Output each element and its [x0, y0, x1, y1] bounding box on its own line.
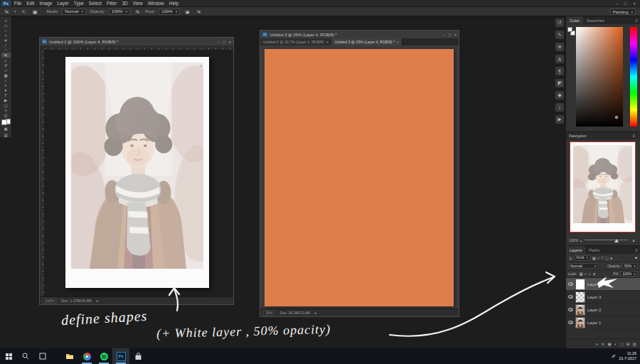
color-picker-marker[interactable] — [615, 116, 618, 119]
menu-item[interactable]: Image — [39, 1, 52, 6]
zoom-tool[interactable]: ◎ — [1, 112, 11, 117]
crop-tool[interactable]: # — [1, 38, 11, 43]
blur-tool[interactable]: ○ — [1, 77, 11, 82]
toggle-brush-panel-icon[interactable]: ▦ — [31, 9, 39, 15]
app-minimize-button[interactable]: – — [616, 1, 618, 6]
workspace-select[interactable]: Painting ▾ — [610, 9, 636, 15]
pen-tool[interactable]: ♦ — [1, 87, 11, 92]
clone-source-panel-icon[interactable]: ⊕ — [555, 43, 564, 51]
menu-item[interactable]: Type — [74, 1, 84, 6]
menu-item[interactable]: Edit — [26, 1, 34, 6]
doc1-zoom-field[interactable]: 100% — [43, 298, 56, 304]
layer-visibility-eye-icon[interactable] — [568, 295, 573, 299]
layer-visibility-eye-icon[interactable] — [568, 282, 573, 286]
screen-mode-icon[interactable]: ▥ — [2, 132, 10, 137]
spotify-button[interactable] — [95, 348, 112, 364]
character-panel-icon[interactable]: A — [555, 55, 564, 63]
layer-group-icon[interactable]: ▢ — [619, 342, 623, 346]
layer-row[interactable]: Layer 4 — [566, 278, 640, 291]
orange-fill-canvas[interactable] — [265, 49, 454, 306]
link-layers-icon[interactable]: ∞ — [596, 342, 599, 346]
layer-thumbnail[interactable] — [575, 291, 585, 303]
delete-layer-icon[interactable]: ▥ — [633, 342, 636, 346]
layers-panel-menu-icon[interactable]: ≡ — [635, 246, 640, 254]
actions-panel-icon[interactable]: ▶ — [555, 115, 564, 124]
layer-visibility-eye-icon[interactable] — [568, 321, 573, 324]
doc1-titlebar[interactable]: Ps Untitled 1 @ 100% (Layer 4, RGB/8) * … — [40, 38, 233, 46]
navigator-menu-icon[interactable]: ≡ — [632, 134, 637, 138]
doc1-status-caret[interactable]: ▸ — [97, 299, 99, 303]
panel-foreground-swatch[interactable] — [567, 27, 572, 32]
history-brush-tool[interactable]: ↺ — [1, 63, 11, 68]
tab-close-icon[interactable]: × — [397, 40, 399, 44]
quick-mask-mode-icon[interactable]: ▣ — [2, 126, 10, 131]
zoom-in-mountain-icon[interactable]: ▲ — [631, 238, 636, 242]
navigator-slider-thumb[interactable] — [614, 239, 619, 242]
menu-item[interactable]: Filter — [107, 1, 117, 6]
type-tool[interactable]: T — [1, 92, 11, 97]
tab-color[interactable]: Color — [566, 16, 583, 24]
brush-size-preview-icon[interactable]: • — [20, 9, 28, 15]
zoom-out-mountain-icon[interactable]: ▲ — [580, 239, 582, 242]
layer-visibility-eye-icon[interactable] — [568, 308, 573, 311]
filter-pixel-layers-icon[interactable]: ▦ — [592, 256, 597, 260]
filter-kind-select[interactable]: Kind ▾ — [575, 255, 590, 261]
quick-selection-tool[interactable]: ≈ — [1, 33, 11, 38]
menu-item[interactable]: 3D — [122, 1, 127, 6]
lock-all-icon[interactable]: ∎ — [592, 272, 597, 276]
adjustments-panel-icon[interactable]: ◩ — [555, 79, 564, 87]
document-tab[interactable]: Untitled 2 @ 16.7% (Layer 1, RGB/8) × — [260, 38, 331, 46]
new-layer-icon[interactable]: ⊞ — [626, 342, 630, 346]
filter-search-icon[interactable]: ◎ — [568, 256, 573, 260]
styles-panel-icon[interactable]: ◆ — [555, 91, 564, 100]
brush-settings-panel-icon[interactable]: ✎ — [555, 31, 564, 39]
doc1-canvas-area[interactable]: × — [45, 50, 233, 296]
layer-thumbnail[interactable] — [575, 317, 585, 328]
path-selection-tool[interactable]: ▶ — [1, 97, 11, 102]
doc2-zoom-field[interactable]: 25% — [263, 310, 274, 316]
menu-item[interactable]: Window — [148, 1, 164, 6]
layer-row[interactable]: Layer 3 — [566, 291, 640, 304]
start-button[interactable] — [0, 348, 17, 364]
app-close-button[interactable]: × — [633, 1, 636, 6]
filter-shape-layers-icon[interactable]: ▢ — [604, 256, 609, 260]
tab-close-icon[interactable]: × — [326, 40, 328, 44]
store-button[interactable] — [129, 348, 146, 364]
tab-paths[interactable]: Paths — [585, 246, 603, 254]
saturation-brightness-field[interactable] — [576, 27, 623, 127]
doc2-close-button[interactable]: × — [454, 33, 457, 37]
document-tab[interactable]: Untitled 3 @ 25% (Layer 4, RGB/8) * × — [331, 38, 402, 46]
dodge-tool[interactable]: ◐ — [1, 82, 11, 87]
layer-fill-select[interactable]: 100% ▾ — [620, 271, 638, 277]
menu-item[interactable]: Help — [169, 1, 178, 6]
navigator-thumbnail[interactable] — [570, 141, 636, 232]
layer-thumbnail[interactable] — [575, 304, 585, 316]
navigator-zoom-slider[interactable] — [585, 240, 629, 240]
color-panel-menu-icon[interactable]: ≡ — [635, 16, 640, 24]
layer-thumbnail[interactable] — [575, 279, 585, 290]
doc1-minimize-button[interactable]: – — [217, 40, 219, 44]
taskbar-search-button[interactable] — [17, 348, 34, 364]
app-maximize-button[interactable]: □ — [624, 1, 627, 6]
hand-tool[interactable]: ◇ — [1, 107, 11, 112]
foreground-color-swatch[interactable] — [1, 119, 7, 125]
lock-position-icon[interactable]: ⊥ — [587, 272, 592, 276]
clone-stamp-tool[interactable]: ⊥ — [1, 58, 11, 63]
layer-row[interactable]: Layer 2 — [566, 304, 640, 316]
chrome-button[interactable] — [78, 348, 95, 364]
layer-blend-mode-select[interactable]: Normal ▾ — [568, 263, 598, 269]
doc2-status-caret[interactable]: ▸ — [315, 311, 317, 315]
navigator-zoom-field[interactable]: 100% — [569, 238, 578, 242]
layer-effects-icon[interactable]: fx — [602, 342, 605, 346]
doc2-canvas-area[interactable] — [260, 46, 459, 309]
flow-select[interactable]: 100% ▾ — [159, 9, 180, 15]
marquee-tool[interactable]: ▭ — [1, 23, 11, 28]
tab-swatches[interactable]: Swatches — [583, 16, 608, 24]
filter-smart-objects-icon[interactable]: ∎ — [609, 256, 614, 260]
menu-item[interactable]: File — [14, 1, 21, 6]
doc1-canvas[interactable]: × — [65, 57, 209, 288]
blend-mode-select[interactable]: Normal ▾ — [62, 9, 86, 15]
doc2-minimize-button[interactable]: – — [442, 33, 444, 37]
brush-tool[interactable]: ✎ — [1, 53, 11, 58]
lock-transparency-icon[interactable]: ▦ — [578, 272, 583, 276]
